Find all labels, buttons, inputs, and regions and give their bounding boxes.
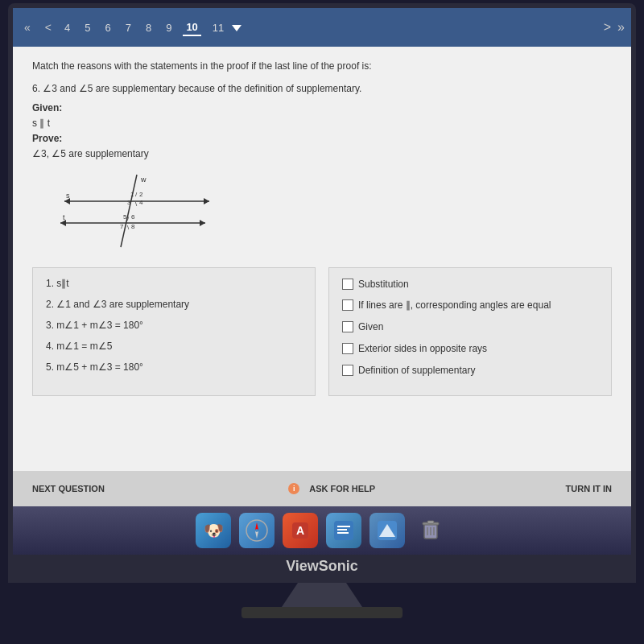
bottom-bar: NEXT QUESTION i ASK FOR HELP TURN IT IN [13, 471, 631, 506]
nav-page-11[interactable]: 11 [209, 20, 227, 35]
statement-4-number: 4. [46, 341, 54, 352]
svg-rect-28 [337, 526, 350, 527]
reason-checkbox-5[interactable] [342, 365, 353, 376]
app1-icon[interactable]: A [283, 513, 318, 548]
reason-checkbox-1[interactable] [342, 279, 353, 290]
app3-icon[interactable] [369, 513, 405, 548]
reason-text-4: Exterior sides in opposite rays [358, 342, 487, 356]
reason-option-2[interactable]: If lines are ∥, corresponding angles are… [342, 299, 598, 312]
reason-text-2: If lines are ∥, corresponding angles are… [358, 299, 551, 312]
statement-3-number: 3. [46, 320, 54, 331]
svg-text:/: / [127, 215, 130, 222]
safari-icon[interactable] [239, 513, 275, 548]
trash-icon[interactable] [413, 513, 448, 548]
problem-statement: 6. ∠3 and ∠5 are supplementary because o… [32, 83, 612, 94]
statement-3-text: m∠1 + m∠3 = 180° [56, 320, 143, 331]
nav-page-4[interactable]: 4 [61, 20, 73, 35]
brand-label: ViewSonic [8, 555, 636, 578]
main-content: Match the reasons with the statements in… [13, 47, 631, 471]
statement-row-4: 4. m∠1 = m∠5 [46, 341, 302, 352]
statement-2-text: ∠1 and ∠3 are supplementary [56, 299, 189, 310]
proof-area: 1. s∥t 2. ∠1 and ∠3 are supplementary 3.… [32, 267, 612, 396]
ask-help-section: i ASK FOR HELP [288, 481, 382, 497]
nav-forward-double-button[interactable]: » [617, 20, 625, 35]
reason-checkbox-3[interactable] [342, 321, 353, 332]
turn-it-in-button[interactable]: TURN IT IN [559, 481, 618, 497]
svg-text:1: 1 [130, 191, 134, 198]
svg-rect-30 [337, 532, 349, 534]
svg-text:3: 3 [127, 199, 131, 206]
nav-page-9[interactable]: 9 [163, 20, 175, 35]
problem-number: 6. [32, 83, 40, 94]
nav-bar: « < 4 5 6 7 8 9 10 11 > » [13, 8, 631, 47]
diagram-container: w s 1 / 2 3 \ 4 [32, 171, 242, 254]
prove-value: ∠3, ∠5 are supplementary [32, 147, 612, 162]
statement-row-2: 2. ∠1 and ∠3 are supplementary [46, 299, 302, 310]
svg-text:2: 2 [139, 191, 143, 198]
reason-text-5: Definition of supplementary [358, 364, 475, 378]
svg-line-0 [121, 175, 137, 247]
statement-5-text: m∠5 + m∠3 = 180° [56, 361, 143, 373]
reason-text-1: Substitution [358, 278, 409, 291]
svg-text:t: t [63, 213, 65, 221]
svg-text:6: 6 [131, 213, 135, 221]
reason-checkbox-2[interactable] [342, 299, 353, 311]
reasons-column: Substitution If lines are ∥, correspondi… [328, 267, 612, 396]
problem-text: ∠3 and ∠5 are supplementary because of t… [43, 83, 361, 94]
statement-1-text: s∥t [56, 278, 68, 289]
statement-row-3: 3. m∠1 + m∠3 = 180° [46, 320, 302, 331]
svg-rect-29 [337, 529, 347, 530]
svg-text:7: 7 [120, 223, 124, 230]
statement-row-1: 1. s∥t [46, 278, 302, 289]
monitor-stand [282, 583, 362, 607]
active-page-indicator [232, 25, 242, 31]
statement-4-text: m∠1 = m∠5 [56, 341, 112, 352]
statements-column: 1. s∥t 2. ∠1 and ∠3 are supplementary 3.… [32, 267, 316, 396]
monitor-base [242, 607, 402, 618]
diagram-svg: w s 1 / 2 3 \ 4 [32, 171, 242, 251]
svg-text:/: / [135, 191, 138, 198]
given-value: s ∥ t [32, 116, 612, 131]
svg-text:4: 4 [139, 199, 143, 206]
given-prove: Given: s ∥ t Prove: ∠3, ∠5 are supplemen… [32, 101, 612, 163]
svg-marker-23 [255, 522, 258, 530]
given-label: Given: [32, 102, 62, 114]
statement-5-number: 5. [46, 361, 54, 373]
app2-icon[interactable] [326, 513, 361, 548]
nav-page-6[interactable]: 6 [101, 20, 114, 35]
nav-back-single-button[interactable]: < [40, 19, 56, 35]
prove-line: Prove: [32, 131, 612, 147]
svg-text:8: 8 [131, 223, 135, 230]
reason-checkbox-4[interactable] [342, 343, 353, 354]
nav-forward-single-button[interactable]: > [604, 20, 611, 35]
svg-marker-13 [200, 220, 205, 226]
svg-marker-3 [204, 198, 209, 204]
next-question-button[interactable]: NEXT QUESTION [26, 481, 111, 497]
nav-page-8[interactable]: 8 [142, 20, 155, 35]
reason-text-3: Given [358, 320, 383, 334]
instruction-text: Match the reasons with the statements in… [32, 60, 612, 73]
nav-back-double-button[interactable]: « [19, 19, 35, 35]
ask-for-help-button[interactable]: ASK FOR HELP [303, 481, 382, 497]
finder-icon[interactable]: 🐶 [196, 513, 231, 548]
reason-option-3[interactable]: Given [342, 320, 598, 334]
statement-1-number: 1. [46, 278, 54, 289]
monitor: « < 4 5 6 7 8 9 10 11 > » [8, 3, 636, 583]
reason-option-5[interactable]: Definition of supplementary [342, 364, 598, 378]
nav-page-5[interactable]: 5 [81, 20, 93, 35]
reason-option-4[interactable]: Exterior sides in opposite rays [342, 342, 598, 356]
nav-page-10[interactable]: 10 [183, 19, 200, 36]
statement-row-5: 5. m∠5 + m∠3 = 180° [46, 361, 302, 373]
nav-left: « < 4 5 6 7 8 9 10 11 [19, 19, 242, 36]
svg-text:s: s [66, 192, 70, 200]
svg-text:A: A [296, 524, 304, 537]
reason-option-1[interactable]: Substitution [342, 278, 598, 291]
prove-label: Prove: [32, 133, 62, 144]
help-icon: i [288, 483, 299, 494]
svg-marker-24 [255, 531, 258, 539]
svg-text:w: w [140, 175, 147, 184]
taskbar: 🐶 A [13, 506, 631, 555]
screen: « < 4 5 6 7 8 9 10 11 > » [13, 8, 631, 506]
statement-2-number: 2. [46, 299, 54, 310]
nav-page-7[interactable]: 7 [122, 20, 134, 35]
